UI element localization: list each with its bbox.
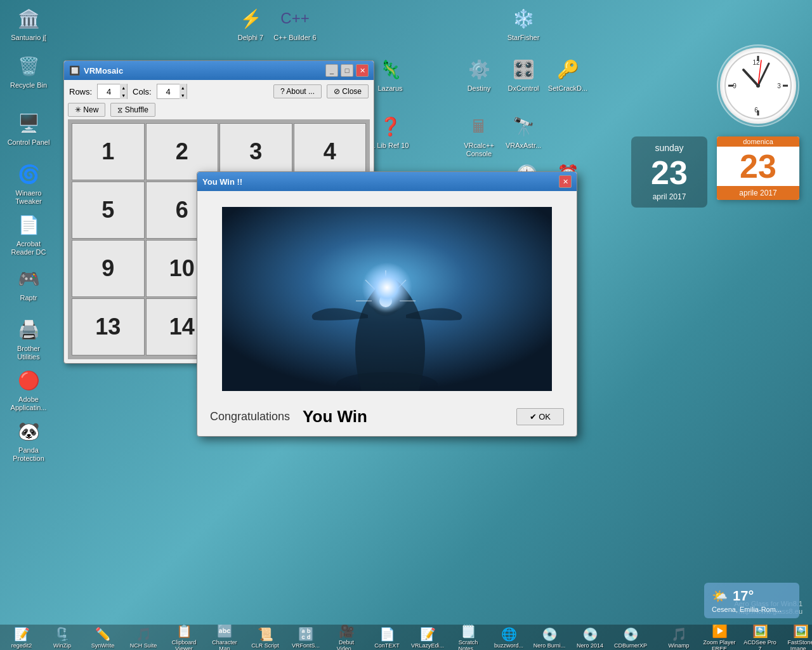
cols-input[interactable] <box>157 87 180 96</box>
taskbar-debut[interactable]: 🎥 Debut Video... <box>327 625 365 650</box>
taskbar-acdsee[interactable]: 🖼️ ACDSee Pro 7 <box>741 625 779 650</box>
dxcontrol-icon: 🎛️ <box>511 56 536 82</box>
taskbar-nero2014[interactable]: 💿 Nero 2014 <box>571 625 609 650</box>
nero-burn-label: Nero Burni... <box>534 643 566 649</box>
taskbar-faststone[interactable]: 🖼️ FastStone Image... <box>782 625 812 650</box>
vrmosaic-close-button[interactable]: ⊘ Close <box>327 84 369 98</box>
desktop-icon-destiny[interactable]: ⚙️ Destiny <box>454 54 504 95</box>
desktop-icon-acrobat[interactable]: 📄 Acrobat Reader DC <box>3 209 54 259</box>
desktop-icon-control-panel[interactable]: 🖥️ Control Panel <box>3 108 54 149</box>
puzzle-cell-1[interactable]: 1 <box>72 123 145 180</box>
libref-label: L Lib Ref 10 <box>372 142 409 150</box>
day-name: sunday <box>638 143 701 153</box>
rows-spinner[interactable]: ▲ ▼ <box>97 84 128 99</box>
nero2014-label: Nero 2014 <box>577 643 603 649</box>
adobe-label: Adobe Applicatin... <box>6 395 51 412</box>
youwin-footer: Congratulations You Win ✔ OK <box>197 401 577 436</box>
puzzle-cell-5[interactable]: 5 <box>72 182 145 239</box>
brother-icon: 🖨️ <box>16 317 41 342</box>
taskbar-vrfont[interactable]: 🔡 VRFontS... <box>287 625 325 650</box>
rows-down[interactable]: ▼ <box>120 91 127 99</box>
cols-spinner[interactable]: ▲ ▼ <box>157 84 187 99</box>
buzzword-label: buzzword... <box>494 643 523 649</box>
desktop-icon-adobe[interactable]: 🔴 Adobe Applicatin... <box>3 365 54 415</box>
cols-down[interactable]: ▼ <box>180 91 187 99</box>
vrmosaic-titlebar[interactable]: 🔲 VRMosaic _ □ ✕ <box>64 61 374 80</box>
recycle-icon: 🗑️ <box>16 53 41 79</box>
desktop-icon-starfisher[interactable]: ❄️ StarFisher <box>498 3 549 44</box>
svg-text:3: 3 <box>777 83 781 90</box>
clipboard-label: Clipboard Viewer <box>166 640 202 650</box>
desktop-icon-setcrack[interactable]: 🔑 SetCrackD... <box>542 54 593 95</box>
taskbar-vrlazy[interactable]: 📝 VRLazyEdi... <box>409 625 447 650</box>
cpp-icon: C++ <box>282 6 308 31</box>
svg-point-15 <box>370 285 402 317</box>
vrmosaic-title: VRMosaic <box>84 66 123 76</box>
new-button[interactable]: ✳ New <box>68 103 105 117</box>
acdsee-label: ACDSee Pro 7 <box>742 640 778 650</box>
desktop: 🏛️ Santuario j[ 🗑️ Recycle Bin 🖥️ Contro… <box>0 0 812 650</box>
you-win-text: You Win <box>303 407 367 427</box>
svg-point-16 <box>379 295 392 307</box>
shuffle-button[interactable]: ⧖ Shuffle <box>110 103 155 117</box>
taskbar-charmap[interactable]: 🔤 Character Map <box>206 625 244 650</box>
close-button[interactable]: ✕ <box>356 64 369 77</box>
youwin-titlebar[interactable]: You Win !! ✕ <box>197 172 577 191</box>
desktop-icon-vrastro[interactable]: 🔭 VRAxAstr... <box>498 111 549 152</box>
recycle-label: Recycle Bin <box>10 81 47 90</box>
panda-icon: 🐼 <box>16 418 41 444</box>
youwin-title: You Win !! <box>202 177 242 187</box>
about-button[interactable]: ? About ... <box>273 84 322 98</box>
puzzle-cell-9[interactable]: 9 <box>72 240 145 297</box>
debut-label: Debut Video... <box>329 640 364 650</box>
faststone-icon: 🖼️ <box>792 625 809 640</box>
calendar-widget: domenica 23 aprile 2017 <box>717 136 799 200</box>
desktop-icon-vrcalc[interactable]: 🖩 VRcalc++ Console <box>454 111 504 161</box>
desktop-icon-winaero[interactable]: 🌀 Winaero Tweaker <box>3 159 54 208</box>
desktop-icon-delphi[interactable]: ⚡ Delphi 7 <box>225 3 276 44</box>
clipboard-icon: 📋 <box>175 625 193 640</box>
taskbar-nero-burn[interactable]: 💿 Nero Burni... <box>530 625 568 650</box>
rows-up[interactable]: ▲ <box>120 84 127 91</box>
rows-input[interactable] <box>98 87 120 96</box>
desktop-icon-panda[interactable]: 🐼 Panda Protection <box>3 416 54 465</box>
delphi-icon: ⚡ <box>238 6 263 31</box>
maximize-button[interactable]: □ <box>341 64 353 77</box>
taskbar-regedit[interactable]: 📝 regedit2 <box>3 625 41 650</box>
youwin-close-button[interactable]: ✕ <box>559 175 572 188</box>
desktop-icon-santuario[interactable]: 🏛️ Santuario j[ <box>3 3 54 44</box>
taskbar-buzzword[interactable]: 🌐 buzzword... <box>490 625 528 650</box>
weather-temp: 17° <box>733 588 754 604</box>
taskbar-winamp[interactable]: 🎵 Winamp <box>660 625 698 650</box>
cols-up[interactable]: ▲ <box>180 84 187 91</box>
charmap-label: Character Map <box>207 640 242 650</box>
desktop-icon-recycle[interactable]: 🗑️ Recycle Bin <box>3 51 54 92</box>
ok-button[interactable]: ✔ OK <box>516 408 564 425</box>
brother-label: Brother Utilities <box>6 345 51 361</box>
calendar-day-num: 23 <box>717 147 799 186</box>
svg-line-19 <box>365 280 375 289</box>
taskbar-clipboard[interactable]: 📋 Clipboard Viewer <box>165 625 203 650</box>
taskbar-cdburner[interactable]: 💿 CDBurnerXP <box>612 625 650 650</box>
winamp-icon: 🎵 <box>670 625 688 643</box>
taskbar-nch[interactable]: 🎵 NCH Suite <box>124 625 162 650</box>
taskbar-context[interactable]: 📄 ConTEXT <box>368 625 406 650</box>
vrmosaic-controls: _ □ ✕ <box>325 64 369 77</box>
nch-icon: 🎵 <box>134 625 152 643</box>
weather-widget: 🌤️ 17° Cesena, Emilia-Rom... <box>704 583 799 618</box>
desktop-icon-dxcontrol[interactable]: 🎛️ DxControl <box>498 54 549 95</box>
taskbar-zoom[interactable]: ▶️ Zoom Player FREE <box>700 625 738 650</box>
minimize-button[interactable]: _ <box>325 64 338 77</box>
scratch-label: Scratch Notes... <box>450 640 486 650</box>
congratulations-text: Congratulations <box>210 410 290 423</box>
taskbar-winzip[interactable]: 🗜️ WinZip <box>43 625 81 650</box>
desktop-icon-raptr[interactable]: 🎮 Raptr <box>3 263 54 305</box>
clrscript-label: CLR Script <box>251 643 279 649</box>
taskbar-scratch[interactable]: 🗒️ Scratch Notes... <box>449 625 487 650</box>
desktop-icon-cpp[interactable]: C++ C++ Builder 6 <box>270 3 320 44</box>
desktop-icon-brother[interactable]: 🖨️ Brother Utilities <box>3 314 54 364</box>
svg-text:12: 12 <box>752 59 760 66</box>
taskbar-synwrite[interactable]: ✏️ SynWrite <box>84 625 122 650</box>
puzzle-cell-13[interactable]: 13 <box>72 298 145 355</box>
taskbar-clrscript[interactable]: 📜 CLR Script <box>246 625 284 650</box>
